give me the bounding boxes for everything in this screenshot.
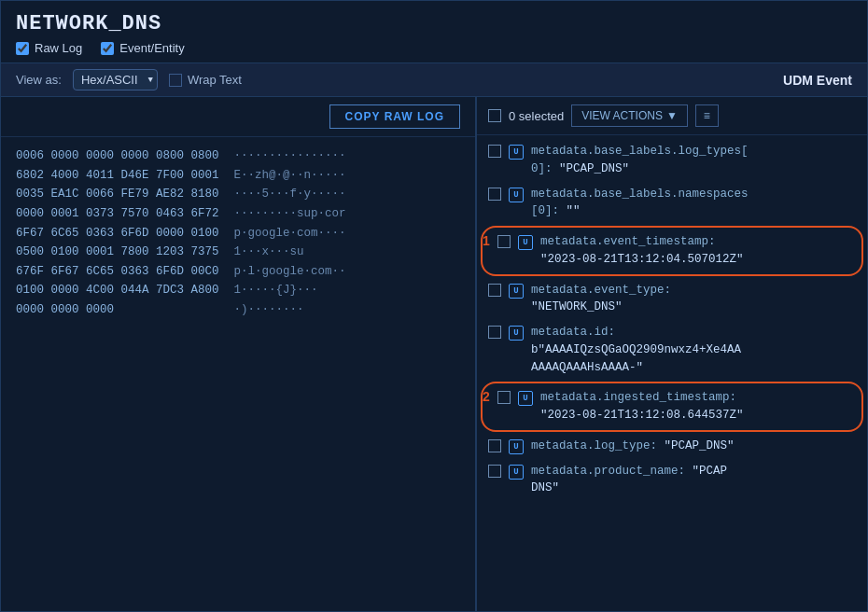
item-text: metadata.ingested_timestamp: "2023-08-21… [540, 389, 847, 424]
filter-icon: ≡ [704, 109, 710, 122]
udm-list: U metadata.base_labels.log_types[0]: "PC… [477, 135, 867, 611]
view-as-label: View as: [16, 73, 62, 87]
list-item: U metadata.event_type: "NETWORK_DNS" [477, 278, 867, 321]
list-item: U metadata.ingested_timestamp: "2023-08-… [486, 385, 858, 428]
list-item: U metadata.product_name: "PCAPDNS" [477, 459, 867, 502]
udm-panel: 0 selected VIEW ACTIONS ▼ ≡ U metadata.b… [477, 97, 867, 611]
wrap-text-label: Wrap Text [188, 73, 242, 87]
udm-icon: U [518, 391, 533, 406]
highlight-outline-1: U metadata.event_timestamp: "2023-08-21T… [481, 226, 863, 276]
highlighted-section-1: 1 U metadata.event_timestamp: "2023-08-2… [481, 226, 863, 276]
item-checkbox[interactable] [488, 284, 501, 297]
view-actions-label: VIEW ACTIONS [581, 109, 663, 122]
view-actions-button[interactable]: VIEW ACTIONS ▼ [571, 104, 688, 127]
item-text: metadata.base_labels.namespaces[0]: "" [531, 186, 856, 221]
chevron-down-icon: ▼ [666, 109, 678, 122]
item-text: metadata.event_timestamp: "2023-08-21T13… [540, 233, 847, 269]
item-checkbox[interactable] [488, 145, 501, 158]
udm-icon: U [509, 284, 524, 299]
list-item: U metadata.base_labels.namespaces[0]: "" [477, 182, 867, 225]
filter-button[interactable]: ≡ [695, 104, 719, 127]
app-container: NETWORK_DNS Raw Log Event/Entity View as… [0, 0, 868, 612]
item-text: metadata.product_name: "PCAPDNS" [531, 463, 856, 498]
raw-log-checkbox[interactable] [16, 42, 29, 55]
item-text: metadata.log_type: "PCAP_DNS" [531, 438, 856, 455]
checkboxes-row: Raw Log Event/Entity [16, 41, 852, 55]
wrap-text-area[interactable]: Wrap Text [169, 73, 242, 87]
hex-panel: COPY RAW LOG 0006 0000 0000 0000 0800 08… [1, 97, 477, 611]
udm-icon: U [509, 326, 524, 341]
udm-icon: U [509, 465, 524, 480]
event-entity-checkbox-label[interactable]: Event/Entity [101, 41, 184, 55]
item-text: metadata.event_type: "NETWORK_DNS" [531, 282, 856, 317]
item-checkbox[interactable] [488, 465, 501, 478]
udm-icon: U [509, 188, 524, 202]
item-checkbox[interactable] [497, 235, 511, 248]
udm-icon: U [509, 145, 524, 160]
toolbar: View as: Hex/ASCII Text Base64 Wrap Text… [1, 63, 867, 97]
hex-content: 0006 0000 0000 0000 0800 0800 6802 4000 … [1, 137, 475, 611]
copy-btn-row: COPY RAW LOG [1, 97, 475, 137]
ascii-column: ················ E··zh@·@··n····· ····5·… [234, 146, 346, 602]
udm-icon: U [509, 439, 524, 454]
item-text: metadata.id: b"AAAAIQzsQGaOQ2909nwxz4+Xe… [531, 324, 856, 376]
list-item: U metadata.base_labels.log_types[0]: "PC… [477, 139, 867, 182]
highlight-outline-2: U metadata.ingested_timestamp: "2023-08-… [481, 382, 863, 432]
item-checkbox[interactable] [488, 439, 501, 452]
udm-event-label: UDM Event [768, 73, 852, 88]
hex-column: 0006 0000 0000 0000 0800 0800 6802 4000 … [16, 146, 219, 602]
raw-log-label: Raw Log [35, 41, 82, 55]
item-checkbox[interactable] [488, 326, 501, 339]
udm-icon: U [518, 235, 533, 250]
highlighted-section-2: 2 U metadata.ingested_timestamp: "2023-0… [481, 382, 863, 432]
raw-log-checkbox-label[interactable]: Raw Log [16, 41, 82, 55]
copy-raw-log-button[interactable]: COPY RAW LOG [329, 104, 460, 129]
item-checkbox[interactable] [497, 391, 511, 404]
wrap-text-checkbox[interactable] [169, 74, 182, 87]
event-entity-label: Event/Entity [119, 41, 184, 55]
view-as-select[interactable]: Hex/ASCII Text Base64 [73, 69, 158, 90]
udm-toolbar: 0 selected VIEW ACTIONS ▼ ≡ [477, 97, 867, 135]
select-all-checkbox[interactable] [488, 109, 501, 122]
main-content: COPY RAW LOG 0006 0000 0000 0000 0800 08… [1, 97, 867, 611]
list-item: U metadata.log_type: "PCAP_DNS" [477, 434, 867, 459]
event-entity-checkbox[interactable] [101, 42, 114, 55]
view-as-select-wrapper[interactable]: Hex/ASCII Text Base64 [73, 69, 158, 90]
list-item: U metadata.id: b"AAAAIQzsQGaOQ2909nwxz4+… [477, 320, 867, 380]
selected-count: 0 selected [509, 109, 564, 123]
page-title: NETWORK_DNS [16, 12, 852, 35]
header: NETWORK_DNS Raw Log Event/Entity [1, 1, 867, 63]
item-text: metadata.base_labels.log_types[0]: "PCAP… [531, 143, 856, 178]
item-checkbox[interactable] [488, 188, 501, 201]
list-item: U metadata.event_timestamp: "2023-08-21T… [486, 230, 858, 272]
